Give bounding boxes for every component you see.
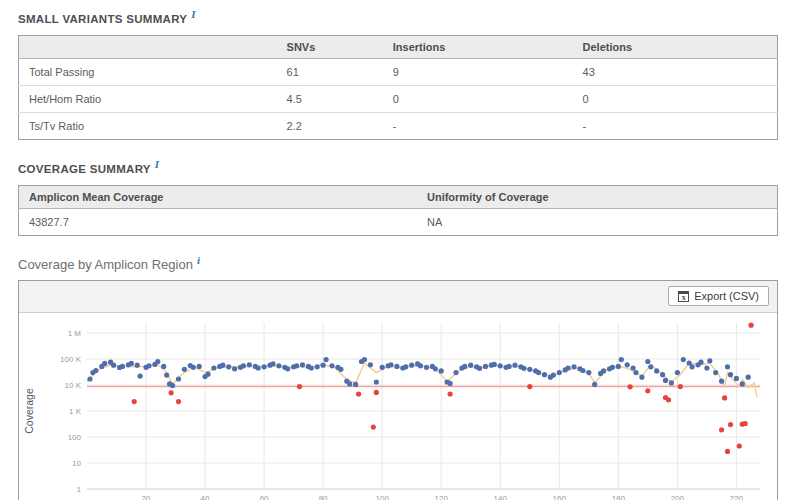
failing-amplicon-point[interactable] [666, 397, 671, 402]
passing-amplicon-point[interactable] [388, 362, 393, 367]
passing-amplicon-point[interactable] [477, 366, 482, 371]
passing-amplicon-point[interactable] [542, 372, 547, 377]
passing-amplicon-point[interactable] [740, 381, 745, 386]
passing-amplicon-point[interactable] [191, 365, 196, 370]
passing-amplicon-point[interactable] [146, 363, 151, 368]
passing-amplicon-point[interactable] [241, 363, 246, 368]
passing-amplicon-point[interactable] [433, 366, 438, 371]
info-icon[interactable]: i [197, 254, 200, 266]
passing-amplicon-point[interactable] [138, 373, 143, 378]
passing-amplicon-point[interactable] [176, 376, 181, 381]
passing-amplicon-point[interactable] [498, 363, 503, 368]
passing-amplicon-point[interactable] [247, 362, 252, 367]
passing-amplicon-point[interactable] [276, 363, 281, 368]
passing-amplicon-point[interactable] [424, 365, 429, 370]
passing-amplicon-point[interactable] [645, 359, 650, 364]
passing-amplicon-point[interactable] [380, 365, 385, 370]
passing-amplicon-point[interactable] [324, 357, 329, 362]
passing-amplicon-point[interactable] [566, 365, 571, 370]
passing-amplicon-point[interactable] [734, 376, 739, 381]
passing-amplicon-point[interactable] [270, 361, 275, 366]
failing-amplicon-point[interactable] [176, 399, 181, 404]
passing-amplicon-point[interactable] [669, 380, 674, 385]
passing-amplicon-point[interactable] [580, 368, 585, 373]
info-icon[interactable]: i [155, 158, 160, 170]
failing-amplicon-point[interactable] [297, 384, 302, 389]
failing-amplicon-point[interactable] [169, 390, 174, 395]
passing-amplicon-point[interactable] [512, 363, 517, 368]
failing-amplicon-point[interactable] [725, 449, 730, 454]
passing-amplicon-point[interactable] [155, 359, 160, 364]
passing-amplicon-point[interactable] [374, 379, 379, 384]
failing-amplicon-point[interactable] [645, 388, 650, 393]
coverage-scatter-plot[interactable]: 204060801001201401601802002201 M100 K10 … [19, 313, 777, 500]
failing-amplicon-point[interactable] [628, 384, 633, 389]
passing-amplicon-point[interactable] [448, 381, 453, 386]
passing-amplicon-point[interactable] [468, 363, 473, 368]
passing-amplicon-point[interactable] [170, 383, 175, 388]
passing-amplicon-point[interactable] [586, 370, 591, 375]
passing-amplicon-point[interactable] [654, 368, 659, 373]
export-csv-button[interactable]: x Export (CSV) [668, 286, 769, 306]
passing-amplicon-point[interactable] [713, 370, 718, 375]
passing-amplicon-point[interactable] [211, 365, 216, 370]
passing-amplicon-point[interactable] [462, 364, 467, 369]
passing-amplicon-point[interactable] [232, 366, 237, 371]
passing-amplicon-point[interactable] [698, 360, 703, 365]
failing-amplicon-point[interactable] [356, 391, 361, 396]
passing-amplicon-point[interactable] [338, 367, 343, 372]
passing-amplicon-point[interactable] [418, 363, 423, 368]
passing-amplicon-point[interactable] [226, 364, 231, 369]
passing-amplicon-point[interactable] [707, 358, 712, 363]
passing-amplicon-point[interactable] [353, 382, 358, 387]
failing-amplicon-point[interactable] [719, 427, 724, 432]
passing-amplicon-point[interactable] [453, 370, 458, 375]
passing-amplicon-point[interactable] [321, 363, 326, 368]
passing-amplicon-point[interactable] [663, 378, 668, 383]
passing-amplicon-point[interactable] [329, 363, 334, 368]
passing-amplicon-point[interactable] [610, 365, 615, 370]
passing-amplicon-point[interactable] [111, 363, 116, 368]
passing-amplicon-point[interactable] [197, 364, 202, 369]
failing-amplicon-point[interactable] [527, 384, 532, 389]
failing-amplicon-point[interactable] [737, 443, 742, 448]
passing-amplicon-point[interactable] [728, 372, 733, 377]
passing-amplicon-point[interactable] [601, 368, 606, 373]
passing-amplicon-point[interactable] [648, 364, 653, 369]
passing-amplicon-point[interactable] [639, 375, 644, 380]
passing-amplicon-point[interactable] [93, 368, 98, 373]
passing-amplicon-point[interactable] [135, 363, 140, 368]
passing-amplicon-point[interactable] [368, 362, 373, 367]
passing-amplicon-point[interactable] [507, 364, 512, 369]
info-icon[interactable]: i [191, 8, 196, 20]
failing-amplicon-point[interactable] [448, 391, 453, 396]
passing-amplicon-point[interactable] [725, 364, 730, 369]
passing-amplicon-point[interactable] [220, 363, 225, 368]
passing-amplicon-point[interactable] [205, 372, 210, 377]
failing-amplicon-point[interactable] [749, 323, 754, 328]
passing-amplicon-point[interactable] [309, 365, 314, 370]
passing-amplicon-point[interactable] [483, 364, 488, 369]
failing-amplicon-point[interactable] [374, 390, 379, 395]
passing-amplicon-point[interactable] [87, 376, 92, 381]
passing-amplicon-point[interactable] [631, 365, 636, 370]
passing-amplicon-point[interactable] [660, 372, 665, 377]
passing-amplicon-point[interactable] [551, 372, 556, 377]
passing-amplicon-point[interactable] [409, 363, 414, 368]
failing-amplicon-point[interactable] [132, 399, 137, 404]
passing-amplicon-point[interactable] [690, 364, 695, 369]
passing-amplicon-point[interactable] [675, 370, 680, 375]
passing-amplicon-point[interactable] [129, 361, 134, 366]
passing-amplicon-point[interactable] [102, 361, 107, 366]
passing-amplicon-point[interactable] [315, 364, 320, 369]
passing-amplicon-point[interactable] [704, 365, 709, 370]
passing-amplicon-point[interactable] [592, 382, 597, 387]
passing-amplicon-point[interactable] [719, 379, 724, 384]
passing-amplicon-point[interactable] [557, 370, 562, 375]
passing-amplicon-point[interactable] [294, 363, 299, 368]
passing-amplicon-point[interactable] [300, 362, 305, 367]
passing-amplicon-point[interactable] [619, 357, 624, 362]
passing-amplicon-point[interactable] [182, 367, 187, 372]
passing-amplicon-point[interactable] [492, 362, 497, 367]
passing-amplicon-point[interactable] [120, 364, 125, 369]
